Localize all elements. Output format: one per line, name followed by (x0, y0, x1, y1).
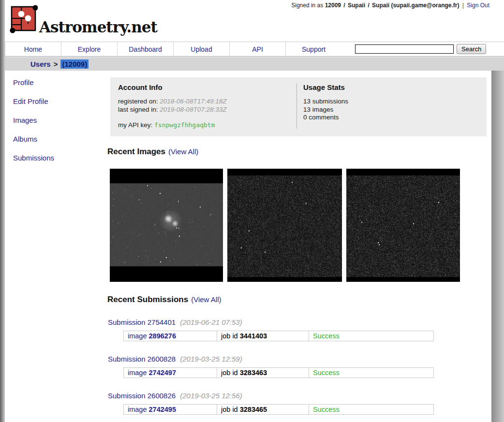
job-id-value: 3283465 (240, 406, 267, 413)
logo-wordmark: Astrometry.net (39, 20, 157, 35)
job-id-cell: job id 3283463 (217, 368, 309, 378)
recent-submissions-view-all-link[interactable]: (View All) (191, 295, 221, 304)
api-key-label: my API key: (118, 121, 152, 129)
registered-on-label: registered on: (118, 98, 158, 105)
submission-block: Submission 2754401 (2019-06-21 07:53) im… (107, 318, 494, 341)
sidebar-item-albums[interactable]: Albums (13, 135, 95, 143)
job-id-cell: job id 3283465 (217, 405, 309, 415)
account-info-column: Account Info registered on: 2018-06-08T1… (110, 83, 296, 129)
window-edge-shadow-right (491, 71, 504, 422)
recent-images-heading: Recent Images(View All) (107, 147, 494, 157)
signin-prefix: Signed in as (291, 2, 323, 9)
image-cell: image 2896276 (124, 331, 217, 341)
submission-block: Submission 2600826 (2019-03-25 12:56) im… (107, 392, 494, 415)
sidebar: Profile Edit Profile Images Albums Submi… (13, 78, 95, 173)
last-signed-in-value: 2019-08-08T07:28:33Z (160, 106, 226, 113)
submission-date: (2019-03-25 12:59) (180, 355, 242, 363)
registered-on-value: 2018-06-08T17:49:18Z (160, 98, 226, 105)
astrometry-logo-icon (10, 4, 38, 36)
account-info-title: Account Info (118, 83, 296, 91)
nav-item-explore[interactable]: Explore (61, 42, 117, 56)
submission-link[interactable]: Submission 2600828 (108, 355, 176, 363)
breadcrumb: Users > (12009) (0, 57, 504, 71)
status-cell: Success (309, 405, 434, 415)
window-edge-shadow-left (0, 0, 5, 422)
nav-item-upload[interactable]: Upload (173, 42, 229, 56)
submission-date: (2019-03-25 12:56) (180, 392, 242, 400)
recent-image-thumbnail-2[interactable] (227, 169, 342, 282)
logo-link[interactable]: Astrometry.net (10, 4, 157, 36)
search-button[interactable]: Search (457, 44, 486, 54)
search-input[interactable] (355, 44, 454, 54)
recent-image-thumbnail-3[interactable] (346, 169, 460, 282)
nav-item-api[interactable]: API (229, 42, 285, 56)
account-info-panel: Account Info registered on: 2018-06-08T1… (110, 77, 487, 136)
image-cell: image 2742497 (124, 368, 217, 378)
usage-stats-title: Usage Stats (303, 83, 487, 91)
recent-images-row (110, 169, 494, 282)
sidebar-item-images[interactable]: Images (13, 116, 95, 124)
status-cell: Success (309, 331, 434, 341)
submission-link[interactable]: Submission 2600826 (108, 392, 176, 400)
search-area: Search (355, 42, 486, 56)
stat-images: 13 images (303, 106, 487, 114)
last-signed-in-label: last signed in: (118, 106, 158, 113)
table-row: image 2742495 job id 3283465 Success (124, 405, 434, 415)
recent-image-thumbnail-1[interactable] (110, 169, 223, 282)
submission-table: image 2742497 job id 3283463 Success (123, 367, 434, 378)
stat-comments: 0 comments (303, 114, 487, 122)
sidebar-item-profile[interactable]: Profile (13, 78, 95, 87)
recent-submissions-heading: Recent Submissions(View All) (107, 295, 494, 305)
api-key-value: fsnpwgzfhhgaqbtm (154, 121, 215, 129)
submission-table: image 2742495 job id 3283465 Success (123, 404, 434, 415)
breadcrumb-users-link[interactable]: Users (30, 60, 51, 68)
submission-block: Submission 2600828 (2019-03-25 12:59) im… (107, 355, 494, 378)
job-id-cell: job id 3441403 (217, 331, 309, 341)
recent-images-view-all-link[interactable]: (View All) (168, 147, 198, 156)
nav-item-support[interactable]: Support (285, 42, 341, 56)
main-nav: Home Explore Dashboard Upload API Suppor… (5, 42, 504, 57)
nav-item-home[interactable]: Home (5, 42, 61, 56)
sign-out-link[interactable]: Sign Out (467, 2, 489, 9)
sidebar-item-submissions[interactable]: Submissions (13, 154, 95, 162)
signin-pipe: | (462, 2, 464, 9)
usage-stats-column: Usage Stats 13 submissions 13 images 0 c… (296, 83, 487, 129)
signin-username: Supaii (348, 2, 365, 9)
main-content: Account Info registered on: 2018-06-08T1… (107, 71, 494, 415)
signin-separator: / (343, 2, 345, 9)
signin-separator: / (368, 2, 369, 9)
submission-link[interactable]: Submission 2754401 (108, 318, 176, 326)
table-row: image 2742497 job id 3283463 Success (124, 368, 434, 378)
signin-status-line: Signed in as 12009 / Supaii / Supaii (su… (291, 2, 489, 9)
image-id-link[interactable]: 2896276 (149, 332, 176, 340)
signin-user-id: 12009 (325, 2, 341, 9)
submission-date: (2019-06-21 07:53) (180, 318, 242, 326)
image-cell: image 2742495 (124, 405, 217, 415)
signin-account: Supaii (supaii.game@orange.fr) (372, 2, 459, 9)
stat-submissions: 13 submissions (303, 98, 487, 106)
table-row: image 2896276 job id 3441403 Success (124, 331, 434, 341)
submission-table: image 2896276 job id 3441403 Success (123, 331, 434, 341)
breadcrumb-separator: > (54, 60, 58, 68)
job-id-value: 3283463 (240, 369, 267, 377)
breadcrumb-current-user: (12009) (60, 59, 89, 69)
image-id-link[interactable]: 2742497 (149, 369, 176, 377)
sidebar-item-edit-profile[interactable]: Edit Profile (13, 97, 95, 105)
image-id-link[interactable]: 2742495 (149, 406, 176, 413)
nav-item-dashboard[interactable]: Dashboard (117, 42, 173, 56)
job-id-value: 3441403 (240, 332, 267, 340)
status-cell: Success (309, 368, 434, 378)
